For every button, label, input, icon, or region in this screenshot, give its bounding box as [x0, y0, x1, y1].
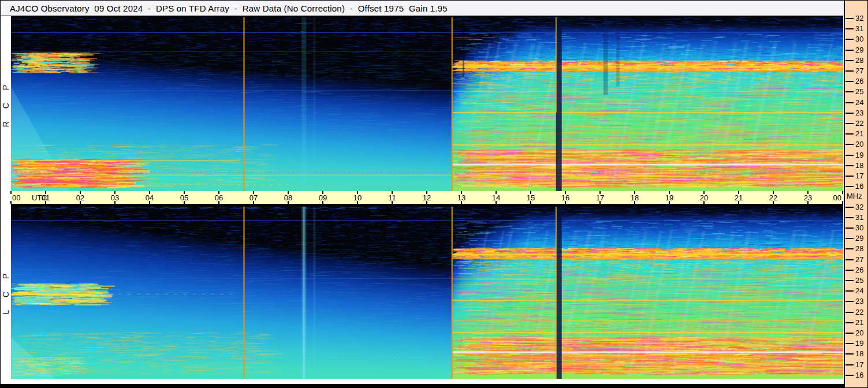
freq-label: 31: [855, 213, 863, 222]
freq-tick: [845, 81, 854, 82]
hour-label: 05: [180, 193, 188, 202]
hour-label: 00: [833, 193, 841, 202]
freq-tick: [845, 333, 854, 334]
freq-label: 22: [855, 119, 863, 128]
freq-tick: [845, 259, 854, 260]
freq-label: 17: [855, 171, 863, 180]
hour-label: 20: [700, 193, 708, 202]
lcp-panel-label: L C P: [1, 204, 10, 379]
freq-label: 19: [855, 151, 863, 159]
hour-label: 08: [284, 193, 292, 202]
hour-label: 07: [249, 193, 258, 202]
rcp-panel-label: R C P: [1, 16, 10, 191]
hour-label: 04: [146, 193, 154, 202]
hour-label: 06: [215, 193, 223, 202]
freq-tick: [845, 28, 854, 29]
freq-label: 18: [855, 161, 863, 170]
hour-label: 15: [527, 193, 535, 202]
freq-tick: [845, 113, 854, 114]
freq-tick: [845, 375, 854, 376]
freq-label: 29: [855, 234, 863, 242]
freq-tick: [845, 290, 854, 292]
bottom-border-bar: [1, 384, 844, 388]
freq-tick: [845, 18, 854, 19]
freq-tick: [845, 60, 854, 61]
freq-label: 27: [855, 255, 863, 264]
hour-label: 22: [769, 193, 777, 202]
hour-label: 21: [735, 193, 743, 202]
time-axis: UTC 000102030405060708091011121314151617…: [11, 191, 843, 204]
freq-label: 21: [855, 129, 863, 138]
rcp-spectrogram-canvas: [11, 16, 843, 191]
freq-tick: [845, 165, 854, 166]
hour-label: 13: [457, 193, 465, 202]
freq-tick: [845, 133, 854, 135]
freq-tick: [845, 238, 854, 239]
hour-label: 17: [596, 193, 604, 202]
observatory-spectrogram-screen: AJ4CO Observatory 09 Oct 2024 - DPS on T…: [0, 0, 868, 388]
hour-label: 09: [319, 193, 327, 202]
freq-label: 22: [855, 308, 863, 316]
hour-label: 03: [111, 193, 119, 202]
hour-label: 02: [76, 193, 84, 202]
freq-tick: [845, 207, 854, 208]
freq-label: 23: [855, 109, 863, 117]
freq-label: 23: [855, 297, 863, 305]
hour-tick-top: [842, 191, 843, 194]
hour-label: 16: [561, 193, 569, 202]
freq-label: 26: [855, 266, 863, 274]
freq-tick: [845, 123, 854, 124]
freq-label: 16: [855, 371, 863, 379]
freq-tick: [845, 217, 854, 218]
freq-tick: [845, 176, 854, 177]
freq-tick: [845, 248, 854, 249]
freq-tick: [845, 312, 854, 313]
lcp-spectrogram-canvas: [11, 204, 843, 379]
hour-label: 14: [492, 193, 500, 202]
hour-label: 10: [353, 193, 362, 202]
freq-label: 27: [855, 66, 863, 75]
freq-tick: [845, 270, 854, 271]
freq-tick: [845, 91, 854, 92]
freq-label: 28: [855, 56, 863, 65]
freq-tick: [845, 322, 854, 323]
freq-label: 32: [855, 203, 863, 211]
frequency-scale: MHz 323130292827262524232221201918171632…: [844, 1, 868, 388]
title-bar: AJ4CO Observatory 09 Oct 2024 - DPS on T…: [1, 1, 843, 16]
hour-label: 23: [804, 193, 812, 202]
freq-label: 30: [855, 35, 863, 43]
freq-label: 20: [855, 329, 863, 337]
freq-tick: [845, 144, 854, 145]
lcp-panel-label-text: L C P: [1, 268, 10, 315]
hour-label: 00: [12, 193, 20, 202]
mhz-unit-label: MHz: [847, 192, 862, 200]
freq-tick: [845, 155, 854, 156]
freq-tick: [845, 227, 854, 229]
freq-tick: [845, 39, 854, 40]
hour-label: 18: [631, 193, 639, 202]
freq-tick: [845, 343, 854, 344]
freq-label: 17: [855, 360, 863, 369]
page-title: AJ4CO Observatory 09 Oct 2024 - DPS on T…: [1, 3, 448, 13]
freq-tick: [845, 186, 854, 187]
freq-tick: [845, 353, 854, 355]
hour-label: 11: [388, 193, 396, 202]
freq-label: 18: [855, 349, 863, 358]
hour-label: 12: [423, 193, 431, 202]
hour-label: 19: [665, 193, 673, 202]
freq-label: 32: [855, 14, 863, 23]
freq-tick: [845, 280, 854, 281]
freq-label: 31: [855, 24, 863, 33]
freq-tick: [845, 50, 854, 51]
hour-tick-top: [10, 191, 12, 194]
freq-label: 16: [855, 182, 863, 191]
freq-label: 30: [855, 223, 863, 232]
freq-label: 25: [855, 276, 863, 285]
freq-tick: [845, 364, 854, 365]
freq-label: 20: [855, 140, 863, 148]
rcp-panel-label-text: R C P: [1, 80, 10, 127]
freq-label: 19: [855, 339, 863, 348]
hour-label: 01: [42, 193, 50, 202]
freq-label: 24: [855, 286, 863, 295]
freq-label: 28: [855, 244, 863, 253]
